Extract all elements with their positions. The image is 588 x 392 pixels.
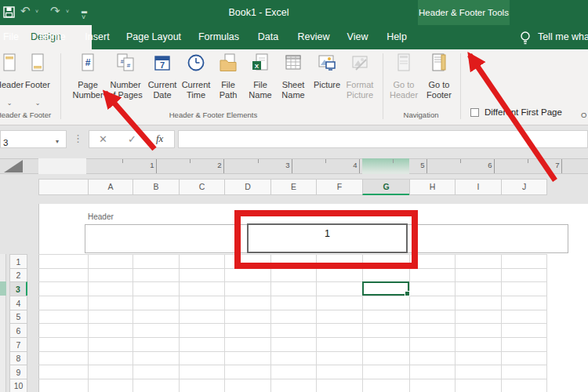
row-header-8[interactable]: 8	[9, 351, 27, 365]
button-label: Picture	[314, 80, 340, 89]
button-label: Format	[347, 80, 374, 89]
name-box-dropdown-icon[interactable]: ▾	[56, 138, 59, 145]
enter-icon[interactable]: ✓	[128, 133, 136, 145]
number-of-pages-icon: ##	[115, 53, 136, 73]
row-header-10[interactable]: 10	[9, 379, 27, 392]
button-label: Page	[78, 80, 98, 89]
excel-window: ↶ ˅ ↷ ˅ ▂˅ Book1 - Excel Header & Footer…	[0, 0, 588, 392]
button-label: Name	[249, 90, 271, 100]
svg-text:#: #	[85, 57, 91, 68]
button-label: Picture	[347, 90, 373, 100]
tab-review[interactable]: Review	[298, 25, 330, 49]
column-header-d[interactable]: D	[224, 179, 271, 195]
page-number-icon: #	[78, 53, 98, 73]
button-label: Path	[220, 90, 238, 100]
save-icon[interactable]	[3, 6, 15, 21]
group-separator	[60, 53, 61, 119]
button-label: Time	[187, 90, 205, 100]
row-header-5[interactable]: 5	[9, 310, 27, 324]
button-label: Sheet	[282, 80, 305, 89]
tab-home[interactable]: Home	[39, 25, 65, 49]
current-date-icon: 7	[152, 53, 172, 73]
customize-qat-icon[interactable]: ▂˅	[82, 5, 87, 21]
column-header-e[interactable]: E	[270, 179, 317, 195]
redo-icon[interactable]: ↷	[50, 4, 60, 18]
ruler-number: 5	[420, 161, 424, 169]
window-title: Book1 - Excel	[228, 0, 289, 25]
fill-handle[interactable]	[405, 291, 410, 296]
vertical-ruler-selection-highlight	[0, 281, 6, 296]
selected-cell-G3[interactable]	[362, 281, 409, 296]
column-header-j[interactable]: J	[501, 179, 547, 195]
tab-help[interactable]: Help	[387, 25, 407, 49]
row-header-1[interactable]: 1	[9, 254, 27, 269]
row-header-4[interactable]: 4	[9, 296, 27, 310]
tab-data[interactable]: Data	[258, 25, 278, 49]
tab-file[interactable]: File	[3, 25, 19, 49]
chevron-down-icon[interactable]: ⌄	[35, 100, 41, 107]
button-label: Footer	[25, 80, 50, 89]
undo-dropdown-icon[interactable]: ˅	[35, 9, 38, 14]
file-name-icon: X	[250, 53, 270, 73]
tab-page-layout[interactable]: Page Layout	[126, 25, 181, 49]
ruler-number: 4	[353, 161, 357, 169]
ruler-tick	[258, 159, 259, 163]
redo-dropdown-icon[interactable]: ˅	[66, 9, 69, 14]
ruler-tick	[325, 159, 326, 163]
column-headers: ABCDEFGHIJ	[0, 179, 588, 195]
gridline	[38, 337, 546, 338]
chevron-down-icon[interactable]: ⌄	[7, 100, 13, 107]
ruler-number: 1	[150, 161, 154, 169]
row-header-3[interactable]: 3	[9, 281, 27, 296]
tab-view[interactable]: View	[347, 25, 368, 49]
group-separator	[383, 53, 383, 119]
column-header-f[interactable]: F	[316, 179, 363, 195]
row-header-9[interactable]: 9	[9, 365, 27, 379]
button-label: Name	[281, 90, 304, 100]
ruler-tick	[561, 159, 562, 173]
ribbon: Header⌄Footer⌄#PageNumber##Numberof Page…	[0, 49, 588, 125]
lightbulb-icon	[519, 30, 532, 49]
row-header-2[interactable]: 2	[9, 268, 27, 282]
gridline	[38, 323, 546, 324]
ruler-tick	[460, 159, 461, 163]
ruler-tick	[190, 159, 191, 163]
button-label: Date	[153, 90, 171, 100]
row-header-7[interactable]: 7	[9, 337, 27, 352]
name-box[interactable]: 3 ▾	[0, 130, 67, 148]
column-header-b[interactable]: B	[132, 179, 180, 195]
gridline	[546, 254, 547, 392]
sheet-name-icon	[283, 53, 303, 73]
column-header-a[interactable]: A	[88, 179, 133, 195]
insert-function-icon[interactable]: fx	[156, 132, 163, 145]
ruler-tick	[156, 159, 157, 173]
ruler-tick	[359, 159, 360, 173]
undo-icon[interactable]: ↶	[20, 4, 31, 18]
ruler-number: 7	[555, 161, 559, 169]
annotation-red-rectangle	[234, 210, 418, 269]
ruler-number: 3	[285, 161, 289, 169]
button-label: Current	[148, 80, 177, 89]
row-header-6[interactable]: 6	[9, 323, 27, 338]
tab-insert[interactable]: Insert	[85, 25, 109, 49]
column-header-c[interactable]: C	[179, 179, 225, 195]
tell-me-box[interactable]: Tell me wha	[538, 25, 588, 49]
button-label: File	[221, 80, 235, 89]
svg-text:7: 7	[160, 60, 165, 70]
cancel-icon[interactable]: ✕	[99, 133, 107, 145]
go-to-header-icon	[394, 53, 414, 73]
formula-input[interactable]	[178, 130, 588, 148]
column-header-g[interactable]: G	[362, 179, 410, 195]
ruler-tick	[223, 159, 224, 173]
button-label: Current	[182, 80, 211, 89]
formula-bar-resize-dots-icon[interactable]: ⋮	[73, 132, 83, 144]
column-header-h[interactable]: H	[409, 179, 456, 195]
ruler-number: 2	[217, 161, 221, 169]
file-path-icon	[218, 53, 238, 73]
column-header-i[interactable]: I	[455, 179, 502, 195]
footer-icon	[27, 53, 48, 73]
formula-bar-row: 3 ▾ ⋮ ✕ ✓ fx	[0, 125, 588, 154]
ribbon-tab-bar: Design FileHomeInsertPage LayoutFormulas…	[0, 25, 588, 49]
tab-formulas[interactable]: Formulas	[198, 25, 239, 49]
checkbox-different-first-page[interactable]	[470, 108, 479, 117]
